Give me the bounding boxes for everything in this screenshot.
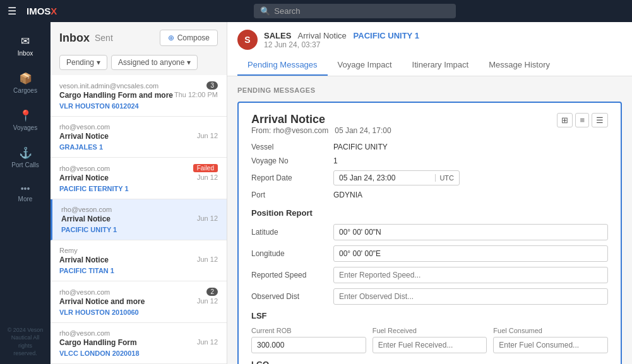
list-item[interactable]: rho@veson.com Arrival Notice Jun 12 PACI… <box>51 199 227 240</box>
detail-panel: S SALES Arrival Notice PACIFIC UNITY 1 1… <box>227 22 632 364</box>
inbox-icon: ✉ <box>21 35 30 48</box>
inbox-title: Inbox <box>59 32 90 45</box>
pending-filter[interactable]: Pending ▾ <box>59 55 107 70</box>
vessel-value: PACIFIC UNITY <box>333 143 388 151</box>
sidebar-item-voyages[interactable]: 📍 Voyages <box>0 102 51 139</box>
sender-name: SALES <box>264 31 291 40</box>
more-icon: ••• <box>21 184 30 194</box>
sidebar: ✉ Inbox 📦 Cargoes 📍 Voyages ⚓ Port Calls… <box>0 22 51 364</box>
latitude-input[interactable] <box>333 224 608 240</box>
tab-history[interactable]: Message History <box>479 55 560 76</box>
reported-speed-label: Reported Speed <box>251 271 333 279</box>
card-from: From: rho@veson.com 05 Jan 24, 17:00 <box>251 126 391 135</box>
view-mode-btn-3[interactable]: ☰ <box>592 113 608 127</box>
sidebar-item-more[interactable]: ••• More <box>0 176 51 210</box>
position-report-title: Position Report <box>251 208 608 218</box>
voyages-icon: 📍 <box>19 109 32 122</box>
list-item[interactable]: rho@veson.com Failed Arrival Notice Jun … <box>51 158 227 199</box>
sidebar-item-port-calls[interactable]: ⚓ Port Calls <box>0 139 51 176</box>
report-date-input[interactable]: 05 Jan 24, 23:00 UTC <box>333 170 460 185</box>
chevron-down-icon: ▾ <box>187 58 191 67</box>
lsf-fuel-consumed-label: Fuel Consumed <box>493 327 608 334</box>
tab-pending[interactable]: Pending Messages <box>237 55 328 76</box>
inbox-panel: Inbox Sent ⊕ Compose Pending ▾ Assigned … <box>51 22 227 364</box>
message-card: Arrival Notice From: rho@veson.com 05 Ja… <box>237 102 622 364</box>
app-logo: IMOSX <box>27 6 57 16</box>
list-item[interactable]: rho@veson.com Cargo Handling Form Jun 12… <box>51 323 227 364</box>
port-label: Port <box>251 191 333 199</box>
lsf-fuel-consumed-input[interactable] <box>493 337 608 353</box>
search-bar[interactable]: 🔍 Search <box>254 4 456 18</box>
voyage-no-label: Voyage No <box>251 156 333 165</box>
sent-label[interactable]: Sent <box>95 33 113 43</box>
list-item[interactable]: Remy Arrival Notice Jun 12 PACIFIC TITAN… <box>51 240 227 281</box>
list-item[interactable]: veson.init.admin@vncsales.com 3 Cargo Ha… <box>51 75 227 117</box>
lsf-current-rob-label: Current ROB <box>251 327 366 334</box>
card-title: Arrival Notice <box>251 113 391 126</box>
port-calls-icon: ⚓ <box>19 146 32 160</box>
lsf-label: LSF <box>251 311 608 320</box>
lsf-fuel-received-input[interactable] <box>373 337 487 353</box>
tab-itinerary[interactable]: Itinerary Impact <box>402 55 479 76</box>
compose-button[interactable]: ⊕ Compose <box>160 30 218 46</box>
sidebar-item-inbox[interactable]: ✉ Inbox <box>0 27 51 64</box>
list-item[interactable]: rho@veson.com 2 Arrival Notice and more … <box>51 281 227 323</box>
report-date-label: Report Date <box>251 173 333 182</box>
lsf-fuel-received-label: Fuel Received <box>373 327 487 334</box>
view-mode-btn-1[interactable]: ⊞ <box>557 113 573 127</box>
sender-date: 12 Jun 24, 03:37 <box>264 40 622 49</box>
reported-speed-input[interactable] <box>333 267 608 283</box>
detail-tabs: Pending Messages Voyage Impact Itinerary… <box>237 55 622 76</box>
voyage-no-value: 1 <box>333 156 338 165</box>
arrival-label: Arrival Notice <box>297 31 346 40</box>
avatar: S <box>237 30 258 50</box>
vessel-name: PACIFIC UNITY 1 <box>354 31 419 40</box>
view-mode-btn-2[interactable]: ≡ <box>575 113 589 127</box>
lsf-current-rob-input[interactable] <box>251 337 366 353</box>
compose-icon: ⊕ <box>168 33 174 42</box>
observed-dist-input[interactable] <box>333 288 608 305</box>
vessel-label: Vessel <box>251 143 333 151</box>
port-value: GDYNIA <box>333 191 362 199</box>
assigned-filter[interactable]: Assigned to anyone ▾ <box>111 55 198 70</box>
longitude-label: Longitude <box>251 249 333 258</box>
section-label: PENDING MESSAGES <box>237 86 622 94</box>
lgo-label: LGO <box>251 360 608 364</box>
hamburger-icon[interactable]: ☰ <box>8 5 16 17</box>
sidebar-item-cargoes[interactable]: 📦 Cargoes <box>0 64 51 102</box>
content-area: PENDING MESSAGES Arrival Notice From: rh… <box>227 76 632 364</box>
latitude-label: Latitude <box>251 228 333 237</box>
chevron-down-icon: ▾ <box>97 58 100 67</box>
cargoes-icon: 📦 <box>19 72 32 85</box>
tab-voyage[interactable]: Voyage Impact <box>328 55 402 76</box>
sidebar-footer: © 2024 Veson Nautical All rights reserve… <box>0 320 51 364</box>
list-item[interactable]: rho@veson.com Arrival Notice Jun 12 GRAJ… <box>51 117 227 158</box>
inbox-list: veson.init.admin@vncsales.com 3 Cargo Ha… <box>51 75 227 364</box>
search-icon: 🔍 <box>260 6 270 16</box>
longitude-input[interactable] <box>333 245 608 262</box>
observed-dist-label: Observed Dist <box>251 292 333 301</box>
